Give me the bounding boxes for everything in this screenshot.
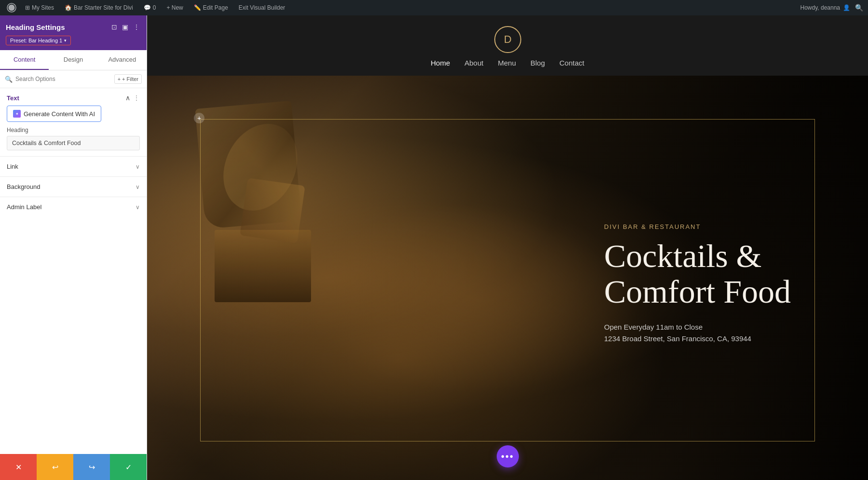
admin-bar-new[interactable]: + New	[163, 0, 187, 15]
site-nav-links: Home About Menu Blog Contact	[431, 59, 584, 67]
fab-button[interactable]: •••	[497, 445, 519, 467]
text-section-title: Text	[7, 94, 19, 102]
howdy-text: Howdy, deanna	[800, 4, 841, 11]
preset-badge[interactable]: Preset: Bar Heading 1 ▾	[6, 36, 71, 45]
admin-bar-comments[interactable]: 💬 0	[140, 0, 160, 15]
sites-icon: ⊞	[25, 4, 30, 11]
admin-label-section: Admin Label ∨	[0, 197, 147, 217]
hero-content: DIVI BAR & RESTAURANT Cocktails & Comfor…	[604, 223, 791, 345]
nav-contact[interactable]: Contact	[559, 59, 584, 67]
site-icon: 🏠	[65, 4, 72, 11]
link-section: Link ∨	[0, 156, 147, 176]
search-input[interactable]	[15, 76, 111, 82]
nav-home[interactable]: Home	[431, 59, 450, 67]
admin-bar-my-sites[interactable]: ⊞ My Sites	[21, 0, 58, 15]
sidebar-title-row: Heading Settings ⊡ ▣ ⋮	[6, 22, 141, 32]
redo-icon: ↪	[89, 463, 95, 472]
link-caret-icon: ∨	[136, 163, 140, 170]
sidebar: Heading Settings ⊡ ▣ ⋮ Preset: Bar Headi…	[0, 15, 147, 480]
tab-advanced[interactable]: Advanced	[98, 50, 147, 70]
ai-generate-button[interactable]: Generate Content With AI	[7, 106, 101, 122]
main-layout: Heading Settings ⊡ ▣ ⋮ Preset: Bar Headi…	[0, 15, 868, 480]
save-button[interactable]: ✓	[110, 454, 147, 480]
heading-input[interactable]	[7, 136, 140, 150]
sidebar-header-icons: ⊡ ▣ ⋮	[110, 22, 141, 32]
admin-bar: ⊞ My Sites 🏠 Bar Starter Site for Divi 💬…	[0, 0, 868, 15]
sidebar-header: Heading Settings ⊡ ▣ ⋮ Preset: Bar Headi…	[0, 15, 147, 50]
dots-menu-icon[interactable]: ⋮	[132, 22, 141, 32]
heading-label: Heading	[7, 127, 140, 133]
hero-section: + DIVI BAR & RESTAURANT Cocktails & Comf…	[147, 76, 868, 480]
undo-button[interactable]: ↩	[37, 454, 73, 480]
background-section-header[interactable]: Background ∨	[0, 177, 147, 197]
preset-caret-icon: ▾	[64, 38, 67, 43]
background-section: Background ∨	[0, 176, 147, 197]
admin-label-section-title: Admin Label	[7, 203, 41, 211]
add-button[interactable]: +	[194, 113, 204, 123]
filter-icon: +	[118, 76, 121, 82]
content-area: D Home About Menu Blog Contact	[147, 15, 868, 480]
text-collapse-icon[interactable]: ∧	[125, 94, 130, 102]
tab-content[interactable]: Content	[0, 50, 49, 70]
background-caret-icon: ∨	[136, 184, 140, 190]
sidebar-footer: ✕ ↩ ↪ ✓	[0, 454, 147, 480]
hero-glass-decoration	[186, 85, 340, 480]
admin-label-caret-icon: ∨	[136, 204, 140, 211]
admin-search-icon[interactable]: 🔍	[855, 4, 863, 12]
hero-heading: Cocktails & Comfort Food	[604, 238, 791, 310]
redo-button[interactable]: ↪	[73, 454, 110, 480]
columns-icon[interactable]: ▣	[121, 22, 129, 32]
nav-links-row: Home About Menu Blog Contact	[147, 59, 868, 76]
nav-menu[interactable]: Menu	[498, 59, 516, 67]
sidebar-title: Heading Settings	[6, 23, 65, 31]
link-section-title: Link	[7, 163, 18, 170]
cancel-icon: ✕	[15, 463, 22, 472]
hero-subtitle: DIVI BAR & RESTAURANT	[604, 223, 791, 230]
search-icon: 🔍	[5, 76, 13, 83]
hero-description: Open Everyday 11am to Close 1234 Broad S…	[604, 321, 791, 345]
comment-icon: 💬	[144, 4, 151, 11]
preset-label: Preset: Bar Heading 1	[10, 38, 62, 43]
text-more-icon[interactable]: ⋮	[133, 94, 140, 102]
cancel-button[interactable]: ✕	[0, 454, 37, 480]
admin-label-section-header[interactable]: Admin Label ∨	[0, 197, 147, 217]
save-icon: ✓	[125, 463, 132, 472]
website-nav: D	[147, 15, 868, 64]
heading-field-group: Heading	[0, 127, 147, 156]
admin-bar-exit-builder[interactable]: Exit Visual Builder	[235, 0, 289, 15]
text-section-icons: ∧ ⋮	[125, 94, 140, 102]
edit-icon: ✏️	[194, 4, 201, 11]
admin-bar-edit-page[interactable]: ✏️ Edit Page	[190, 0, 232, 15]
ai-button-label: Generate Content With AI	[24, 110, 95, 118]
admin-bar-site-name[interactable]: 🏠 Bar Starter Site for Divi	[61, 0, 137, 15]
wp-logo[interactable]	[5, 1, 18, 14]
ai-icon	[13, 110, 21, 118]
site-logo: D	[494, 26, 521, 53]
filter-button[interactable]: + + Filter	[114, 74, 142, 84]
site-logo-area: D	[494, 26, 521, 53]
admin-bar-right: Howdy, deanna 👤 🔍	[800, 4, 864, 12]
minimize-icon[interactable]: ⊡	[110, 22, 118, 32]
sidebar-content: Text ∧ ⋮ Generate Content With AI Headin…	[0, 88, 147, 480]
sidebar-tabs: Content Design Advanced	[0, 50, 147, 70]
sidebar-search-row: 🔍 + + Filter	[0, 70, 147, 88]
tab-design[interactable]: Design	[49, 50, 97, 70]
avatar[interactable]: 👤	[843, 4, 850, 11]
text-section-header: Text ∧ ⋮	[0, 88, 147, 106]
undo-icon: ↩	[52, 463, 58, 472]
nav-about[interactable]: About	[464, 59, 483, 67]
background-section-title: Background	[7, 183, 40, 190]
nav-blog[interactable]: Blog	[530, 59, 545, 67]
link-section-header[interactable]: Link ∨	[0, 157, 147, 176]
